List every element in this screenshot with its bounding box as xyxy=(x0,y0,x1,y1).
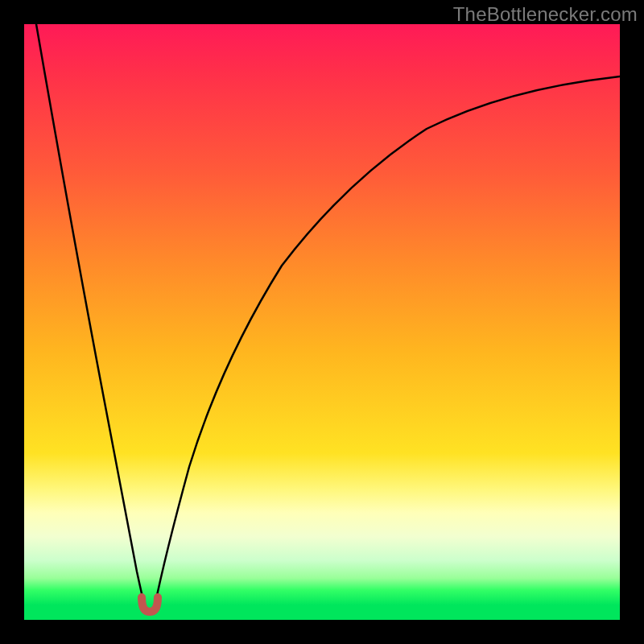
left-branch-path xyxy=(36,24,145,607)
plot-area xyxy=(24,24,620,620)
optimal-marker xyxy=(142,597,158,612)
curve-layer xyxy=(24,24,620,620)
right-branch-path xyxy=(155,76,620,607)
chart-frame: TheBottlenecker.com xyxy=(0,0,644,644)
watermark-text: TheBottlenecker.com xyxy=(453,3,638,26)
